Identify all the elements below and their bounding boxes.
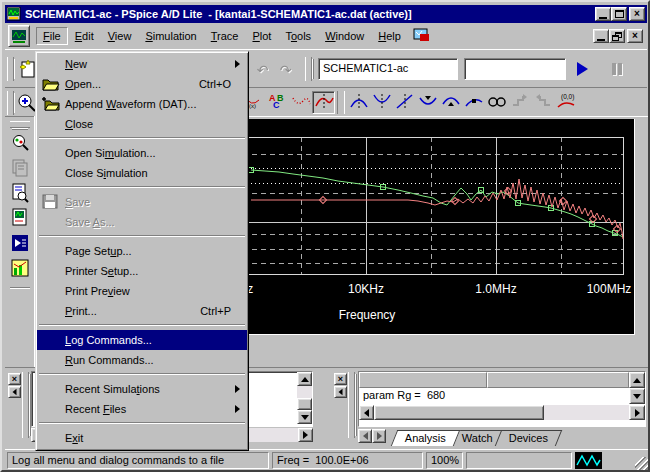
probe-tool-button[interactable]	[9, 134, 31, 156]
menu-trace[interactable]: Trace	[204, 27, 246, 45]
toolbar-grip[interactable]	[305, 57, 312, 81]
file-menu: NewOpen...Ctrl+OAppend Waveform (DAT)...…	[35, 51, 249, 451]
menu-simulation[interactable]: Simulation	[138, 27, 203, 45]
menu-view[interactable]: View	[101, 27, 139, 45]
menu-window[interactable]: Window	[318, 27, 371, 45]
cursor-max-icon	[441, 92, 461, 114]
menu-item-open[interactable]: Open...Ctrl+O	[37, 74, 247, 94]
menu-item-print[interactable]: Print...Ctrl+P	[37, 301, 247, 321]
tab-analysis[interactable]: Analysis	[391, 430, 460, 446]
waveform-document-icon[interactable]	[8, 25, 30, 47]
tab-scroll-left-button[interactable]	[358, 429, 372, 443]
menu-item-save-as[interactable]: Save As...	[37, 212, 247, 232]
menu-item-close-simulation[interactable]: Close Simulation	[37, 163, 247, 183]
trace-search-combo[interactable]	[464, 58, 566, 80]
menu-item-printer-setup[interactable]: Printer Setup...	[37, 261, 247, 281]
table-row[interactable]: param Rg = 680	[359, 388, 629, 404]
menu-item-close[interactable]: Close	[37, 114, 247, 134]
cursor-min-button[interactable]	[416, 91, 439, 114]
table-header-cell[interactable]	[359, 372, 487, 388]
undo-button[interactable]: ↶	[251, 58, 274, 81]
scrollbar-thumb[interactable]	[374, 405, 544, 420]
redo-button[interactable]: ↷	[274, 58, 297, 81]
mdi-close-button[interactable]: ×	[627, 29, 643, 43]
mdi-minimize-button[interactable]	[593, 29, 609, 43]
cursor-peak-button[interactable]	[347, 91, 370, 114]
mdi-restore-button[interactable]	[609, 29, 625, 43]
scroll-right-button[interactable]	[298, 428, 313, 442]
maximize-button[interactable]	[611, 7, 627, 21]
panel-grip[interactable]	[22, 372, 29, 438]
menu-item-save[interactable]: Save	[37, 192, 247, 212]
cursor-max-button[interactable]	[439, 91, 462, 114]
minimize-button[interactable]	[595, 7, 611, 21]
text-label-button[interactable]: ABC	[266, 91, 289, 114]
menu-item-exit[interactable]: Exit	[37, 428, 247, 448]
table-header-cell[interactable]	[487, 372, 629, 388]
menu-item-page-setup[interactable]: Page Setup...	[37, 241, 247, 261]
cursor-slope-button[interactable]	[393, 91, 416, 114]
menu-item-new[interactable]: New	[37, 54, 247, 74]
status-frequency: Freq = 100.0E+06	[272, 452, 423, 469]
chart-window-button[interactable]	[9, 259, 31, 281]
pause-simulation-button[interactable]	[602, 58, 632, 80]
cursor-prev-transition-button[interactable]	[531, 91, 554, 114]
menu-help[interactable]: Help	[371, 27, 408, 45]
scroll-right-button[interactable]	[629, 405, 645, 420]
output-panel-dock-button[interactable]	[8, 386, 21, 398]
scrollbar-track[interactable]	[297, 386, 312, 398]
menu-item-print-preview[interactable]: Print Preview	[37, 281, 247, 301]
run-simulation-button[interactable]	[571, 58, 593, 80]
toolbar-grip[interactable]	[10, 121, 30, 128]
cursor-trough-icon	[372, 92, 392, 114]
simulation-queue-button[interactable]	[9, 234, 31, 256]
mark-origin-button[interactable]: (0,0)	[554, 91, 577, 114]
scroll-left-button[interactable]	[359, 405, 374, 420]
close-button[interactable]: ×	[629, 7, 645, 21]
toolbar-grip[interactable]	[7, 57, 14, 81]
schematic-select-icon[interactable]	[412, 26, 434, 46]
status-panel-close-button[interactable]: ×	[334, 373, 347, 385]
menu-item-label: Close Simulation	[65, 167, 148, 179]
tab-devices[interactable]: Devices	[495, 430, 563, 446]
menu-file[interactable]: File	[36, 27, 68, 45]
scroll-down-button[interactable]	[629, 388, 645, 404]
menu-separator	[37, 419, 247, 428]
svg-text:100MHz: 100MHz	[587, 282, 632, 296]
scroll-up-button[interactable]	[629, 372, 645, 388]
menu-item-append-waveform-dat[interactable]: Append Waveform (DAT)...	[37, 94, 247, 114]
resize-grip[interactable]	[635, 457, 648, 470]
cursor-prev-transition-icon	[533, 92, 553, 114]
view-output-file-button[interactable]	[9, 184, 31, 206]
mark-data-points-icon	[291, 92, 311, 114]
cursor-point-button[interactable]	[462, 91, 485, 114]
app-icon	[7, 7, 21, 21]
scroll-down-button[interactable]	[297, 410, 312, 424]
menu-item-run-commands[interactable]: Run Commands...	[37, 350, 247, 370]
mark-data-points-button[interactable]	[289, 91, 312, 114]
cursor-next-transition-button[interactable]	[508, 91, 531, 114]
cursor-trough-button[interactable]	[370, 91, 393, 114]
menu-plot[interactable]: Plot	[245, 27, 278, 45]
scrollbar-thumb[interactable]	[297, 398, 312, 410]
menu-edit[interactable]: Edit	[68, 27, 101, 45]
menu-item-open-simulation[interactable]: Open Simulation...	[37, 143, 247, 163]
menu-item-recent-files[interactable]: Recent Files	[37, 399, 247, 419]
svg-text:(0,0): (0,0)	[561, 93, 574, 101]
view-output-file-icon	[10, 183, 30, 207]
toolbar-grip[interactable]	[7, 91, 14, 115]
status-panel-dock-button[interactable]	[334, 386, 347, 398]
menu-item-recent-simulations[interactable]: Recent Simulations	[37, 379, 247, 399]
scroll-up-button[interactable]	[297, 372, 312, 386]
menu-item-log-commands[interactable]: Log Commands...	[37, 330, 247, 350]
copy-pages-button[interactable]	[9, 159, 31, 181]
output-panel-close-button[interactable]: ×	[8, 373, 21, 385]
toggle-cursor-button[interactable]	[312, 91, 335, 114]
view-circuit-file-button[interactable]	[9, 209, 31, 231]
tab-scroll-right-button[interactable]	[372, 429, 386, 443]
cursor-search-button[interactable]	[485, 91, 508, 114]
sidebar-items	[5, 134, 34, 281]
menu-tools[interactable]: Tools	[278, 27, 318, 45]
simulation-profile-combo[interactable]: SCHEMATIC1-ac	[318, 58, 458, 80]
panel-grip[interactable]	[348, 372, 355, 438]
